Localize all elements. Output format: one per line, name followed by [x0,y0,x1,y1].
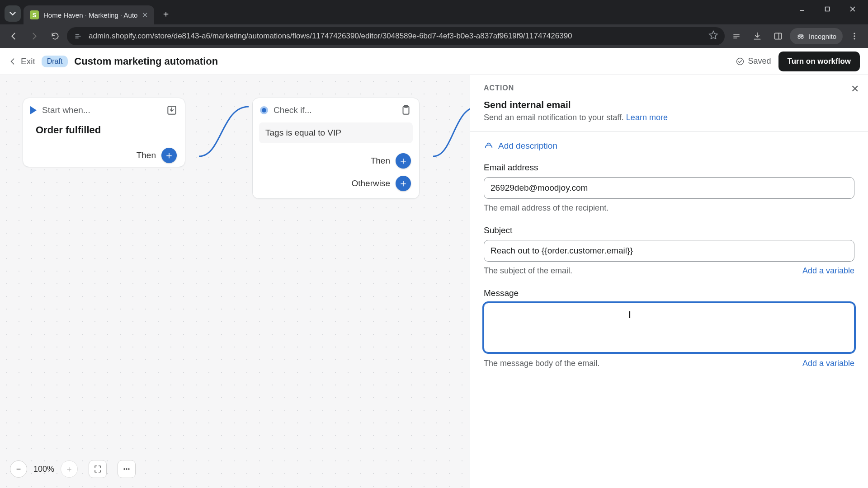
tab-strip: S Home Haven · Marketing · Auto ✕ ＋ [0,0,868,24]
condition-dot-icon [260,106,268,114]
panel-subtitle: Send an email notification to your staff… [484,113,854,122]
nav-reload-button[interactable] [46,27,64,45]
exit-button[interactable]: Exit [8,56,35,66]
svg-point-22 [126,468,127,469]
zoom-in-button[interactable]: ＋ [61,460,78,478]
svg-rect-1 [826,7,830,11]
email-label: Email address [484,163,854,173]
add-then-step-button[interactable]: ＋ [396,153,411,169]
nav-forward-button[interactable] [25,27,43,45]
browser-window: S Home Haven · Marketing · Auto ✕ ＋ admi… [0,0,868,488]
browser-menu-icon[interactable] [845,27,863,45]
window-close-button[interactable] [841,0,864,18]
workflow-title: Custom marketing automation [74,56,218,67]
start-trigger-title: Order fulfilled [36,124,178,136]
shopify-favicon-icon: S [30,10,39,19]
fit-view-button[interactable] [89,460,107,478]
subject-help: The subject of the email. [484,266,572,276]
subject-field-group: Subject The subject of the email. Add a … [484,225,854,276]
sidepanel-icon[interactable] [769,27,787,45]
svg-point-17 [736,58,743,65]
browser-toolbar: admin.shopify.com/store/de8143-a6/market… [0,24,868,48]
zoom-level: 100% [32,465,56,474]
site-info-icon[interactable] [73,31,83,41]
svg-point-14 [854,33,855,34]
zoom-out-button[interactable]: − [10,460,27,478]
app-page: Exit Draft Custom marketing automation S… [0,48,868,488]
saved-label: Saved [748,56,771,66]
add-description-button[interactable]: Add description [484,141,854,151]
canvas-more-button[interactable] [118,460,136,478]
url-text: admin.shopify.com/store/de8143-a6/market… [89,32,703,41]
check-node-label: Check if... [274,105,395,115]
check-node[interactable]: Check if... Tags is equal to VIP Then ＋ … [252,98,420,199]
svg-point-15 [854,35,855,37]
then-label: Then [137,150,156,160]
svg-point-16 [854,38,855,39]
edge-start-to-check [194,102,258,161]
add-step-button[interactable]: ＋ [161,148,177,163]
start-node[interactable]: Start when... Order fulfilled Then ＋ [23,98,185,167]
saved-indicator: Saved [736,56,771,66]
window-minimize-button[interactable] [790,0,814,18]
subject-input[interactable] [484,240,854,262]
condition-text: Tags is equal to VIP [265,128,406,138]
app-header: Exit Draft Custom marketing automation S… [0,48,868,75]
svg-point-12 [798,36,800,38]
bookmark-star-icon[interactable] [708,30,718,42]
subject-add-variable-link[interactable]: Add a variable [802,266,854,276]
panel-close-button[interactable]: ✕ [851,83,859,95]
window-controls [790,0,864,18]
message-add-variable-link[interactable]: Add a variable [802,359,854,368]
message-label: Message [484,288,854,298]
nav-back-button[interactable] [5,27,23,45]
new-tab-button[interactable]: ＋ [158,5,174,22]
otherwise-label: Otherwise [351,178,390,188]
add-description-label: Add description [498,141,557,151]
turn-on-workflow-button[interactable]: Turn on workflow [778,52,860,71]
edge-check-to-action [429,102,470,161]
address-bar[interactable]: admin.shopify.com/store/de8143-a6/market… [67,27,725,45]
email-input[interactable] [484,177,854,199]
svg-point-23 [128,468,129,469]
add-otherwise-step-button[interactable]: ＋ [396,176,411,191]
incognito-label: Incognito [809,33,836,40]
action-panel: ✕ ACTION Send internal email Send an ema… [470,75,868,488]
svg-point-21 [123,468,125,469]
status-badge: Draft [42,56,68,67]
learn-more-link[interactable]: Learn more [626,113,668,122]
message-field-group: Message I The message body of the email.… [484,288,854,368]
panel-title: Send internal email [484,99,854,110]
downloads-icon[interactable] [748,27,766,45]
svg-point-13 [801,36,803,38]
divider [470,131,868,132]
message-help: The message body of the email. [484,359,599,368]
start-node-label: Start when... [42,105,160,115]
subject-label: Subject [484,225,854,235]
window-maximize-button[interactable] [816,0,839,18]
tab-close-button[interactable]: ✕ [142,11,148,19]
tab-title: Home Haven · Marketing · Auto [43,11,137,19]
zoom-controls: − 100% ＋ [10,460,136,478]
email-field-group: Email address The email address of the r… [484,163,854,213]
workspace: Start when... Order fulfilled Then ＋ [0,75,868,488]
incognito-chip[interactable]: Incognito [790,28,843,44]
browser-tab[interactable]: S Home Haven · Marketing · Auto ✕ [24,5,154,24]
flow-canvas[interactable]: Start when... Order fulfilled Then ＋ [0,75,470,488]
tab-search-button[interactable] [5,5,21,22]
media-control-icon[interactable] [727,27,745,45]
exit-label: Exit [21,56,35,66]
then-label-2: Then [371,156,390,166]
play-icon [30,106,37,114]
panel-kicker: ACTION [484,84,854,92]
clipboard-icon[interactable] [400,104,412,116]
svg-rect-10 [775,33,782,39]
email-help: The email address of the recipient. [484,203,609,213]
import-icon[interactable] [166,104,178,116]
message-textarea[interactable] [484,303,854,352]
